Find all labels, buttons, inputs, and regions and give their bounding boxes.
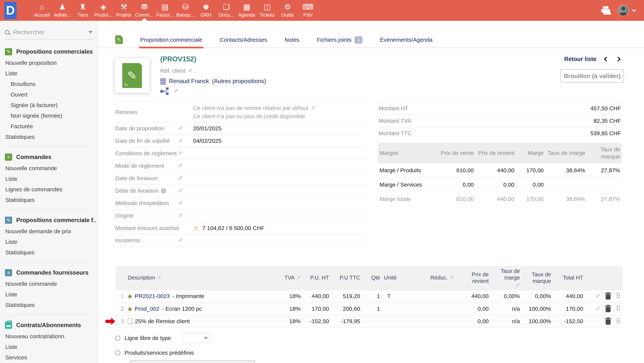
sidebar-section-header[interactable]: ✎Propositions commerciales [0, 46, 98, 58]
nav-item-agenda[interactable]: ▦Agenda [236, 0, 257, 21]
search-caret-icon[interactable] [88, 31, 92, 33]
sidebar-item[interactable]: Statistiques [0, 247, 98, 258]
tab-0[interactable]: Proposition commerciale [140, 32, 202, 48]
edit-icon[interactable]: ✎ [516, 283, 520, 288]
edit-icon[interactable]: ✎ [595, 306, 600, 312]
user-menu[interactable] [618, 5, 635, 16]
search-box[interactable]: Rechercher [5, 29, 92, 39]
sidebar-item[interactable]: Liste [0, 237, 98, 247]
cell-taux-marge: 0,00% [490, 291, 522, 301]
nav-item-members[interactable]: ♟Adhér... [52, 0, 72, 21]
tab-2[interactable]: Notes [284, 32, 299, 48]
nav-item-tools[interactable]: ⚙Outils [278, 0, 298, 21]
edit-icon[interactable]: ✎ [188, 68, 192, 74]
sidebar-item[interactable]: Facturée [0, 121, 98, 132]
sidebar-item[interactable]: Lignes de commandes [0, 184, 98, 195]
sidebar-item[interactable]: Brouillons [0, 79, 98, 89]
edit-icon[interactable]: ✎ [178, 238, 182, 243]
drag-handle-icon[interactable]: ⠿ [616, 293, 621, 300]
customer-link[interactable]: Renaud Franck [169, 78, 209, 85]
nav-item-products[interactable]: ◈Produi... [93, 0, 114, 21]
product-ref-link[interactable]: Prod_002 [135, 306, 159, 312]
print-icon[interactable] [601, 6, 610, 14]
nav-item-hrm[interactable]: ♚GRH [196, 0, 216, 21]
amount-label: Montant HT [379, 105, 408, 112]
edit-icon[interactable]: ✎ [157, 275, 161, 280]
sidebar-section-header[interactable]: ≡Commandes [0, 152, 98, 163]
edit-icon[interactable]: ✎ [178, 213, 182, 219]
sidebar-item[interactable]: Statistiques [0, 300, 98, 310]
previous-record-icon[interactable] [604, 57, 609, 61]
drag-handle-icon[interactable]: ⠿ [616, 318, 621, 325]
delete-icon[interactable] [606, 319, 610, 325]
line-type-select[interactable] [182, 333, 211, 343]
edit-icon[interactable]: ✎ [450, 275, 454, 280]
nav-item-billing[interactable]: ▤Factur... [155, 0, 175, 21]
cell-total-ht: -152,50 [553, 317, 585, 326]
tab-1[interactable]: Contacts/Adresses [220, 32, 267, 48]
detail-note: Ce client n'a pas ou plus de crédit disp… [193, 113, 364, 120]
nav-item-bank[interactable]: ⛁Banqu... [175, 0, 196, 21]
sidebar-section-header[interactable]: ≡Commandes fournisseurs [0, 267, 98, 279]
edit-icon[interactable]: ✎ [178, 163, 182, 169]
pos-icon: ⌨ [302, 3, 314, 10]
edit-icon[interactable]: ✎ [296, 275, 301, 280]
nav-item-tickets[interactable]: ◫Tickets [257, 0, 278, 21]
product-ref-link[interactable]: PR2021-0023 [135, 293, 170, 299]
radio-free-line[interactable] [115, 336, 120, 341]
edit-icon[interactable]: ✎ [178, 126, 182, 131]
nav-item-commerce[interactable]: ⛃Comm... [134, 0, 155, 21]
search-input[interactable]: Rechercher [13, 29, 85, 36]
edit-icon[interactable]: ✎ [178, 188, 182, 194]
sidebar-item[interactable]: Nouvelle commande [0, 279, 98, 289]
delete-icon[interactable] [606, 294, 610, 300]
sidebar-item[interactable]: Statistiques [0, 132, 98, 142]
sidebar-item[interactable]: Liste [0, 174, 98, 184]
edit-icon[interactable]: ✎ [311, 105, 316, 111]
cell-taux-marge: n/a [490, 317, 522, 326]
edit-icon[interactable]: ✎ [178, 175, 182, 181]
sidebar-item[interactable]: Liste [0, 68, 98, 79]
nav-item-projects[interactable]: ⚒Projets [114, 0, 134, 21]
radio-predefined[interactable] [115, 350, 120, 356]
nav-item-thirdparties[interactable]: ♜Tiers [72, 0, 93, 21]
sidebar-item[interactable]: Nouvelle demande de prix [0, 226, 98, 237]
sidebar-item[interactable]: Ouvert [0, 89, 98, 100]
back-to-list-link[interactable]: Retour liste [564, 56, 596, 62]
sidebar-item[interactable]: Statistiques [0, 195, 98, 205]
edit-icon[interactable]: ✎ [178, 200, 182, 206]
document-thumbnail[interactable]: ✎ [114, 58, 150, 93]
drag-handle-icon[interactable]: ⠿ [616, 305, 621, 312]
next-record-icon[interactable] [616, 57, 620, 61]
sidebar-item[interactable]: Nouvelle commande [0, 163, 98, 174]
sidebar-item[interactable]: Signée (à facturer) [0, 100, 98, 110]
add-line-zone: Ligne libre de type Produits/services pr… [115, 333, 248, 363]
info-icon[interactable]: i [161, 188, 166, 193]
sidebar-item[interactable]: Nouveau contrat/abonn. [0, 331, 98, 342]
project-icon[interactable] [160, 90, 163, 93]
margins-cell: 0,00 [475, 178, 516, 192]
delete-icon[interactable] [606, 307, 610, 312]
edit-icon[interactable]: ✎ [174, 88, 178, 94]
nav-item-pos[interactable]: ⌨PdV [298, 0, 318, 21]
nav-item-documents[interactable]: ❏Docu... [216, 0, 236, 21]
sidebar-item[interactable]: Liste [0, 342, 98, 352]
nav-item-home[interactable]: ⌂Accueil [32, 0, 52, 21]
select-caret-icon [204, 337, 208, 340]
sidebar-item[interactable]: Liste [0, 289, 98, 300]
tab-3[interactable]: Fichiers joints1 [317, 32, 363, 48]
margins-cell: 0,00 [516, 178, 545, 192]
sidebar-item[interactable]: Nouvelle proposition [0, 58, 98, 68]
edit-icon[interactable]: ✎ [178, 138, 182, 144]
sidebar-section-header[interactable]: ✎Propositions commerciale f... [0, 215, 98, 226]
sidebar-item[interactable]: Non signée (fermée) [0, 110, 98, 121]
tab-4[interactable]: Événements/Agenda [380, 32, 432, 48]
margins-cell: 0,00 [434, 178, 475, 192]
edit-icon[interactable]: ✎ [178, 151, 182, 156]
other-proposals-link[interactable]: (Autres propositions) [212, 78, 266, 85]
dolibarr-logo[interactable]: D [4, 2, 17, 19]
sidebar-item[interactable]: Services [0, 352, 98, 363]
edit-icon[interactable]: ✎ [595, 293, 600, 299]
lines-header: Description✎TVA✎P.U. HTP.U TTCQtéUnitéRé… [115, 266, 623, 290]
sidebar-section-header[interactable]: ▬Contrats/Abonnements [0, 320, 98, 331]
